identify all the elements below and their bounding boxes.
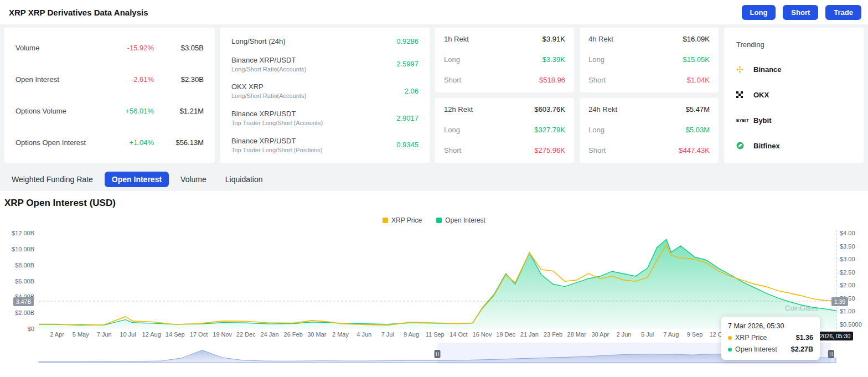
market-stats-card: Volume -15.92% $3.05B Open Interest -2.6…: [4, 28, 215, 163]
stat-value: $1.21M: [154, 107, 204, 115]
tooltip-price-row: XRP Price $1.36: [728, 334, 813, 342]
x-axis-tick: 7 Aug: [663, 331, 679, 338]
rekt-card-1h: 1h Rekt $3.91K Long$3.39K Short$518.96: [435, 28, 574, 92]
x-axis-tick: 19 Dec: [496, 331, 515, 338]
right-axis-tick: $3.00: [840, 256, 855, 262]
stat-row-options-open-interest: Options Open Interest +1.04% $56.13M: [16, 138, 204, 147]
price-open-interest-chart[interactable]: CoinGlass$12.00B$10.00B$8.00B$6.00B$4.00…: [0, 226, 868, 365]
x-axis-tick: 5 Jul: [641, 331, 654, 338]
chart-tooltip: 7 Mar 2026, 05:30 XRP Price $1.36 Open I…: [721, 317, 820, 360]
ratio-row: OKX XRP Long/Short Ratio(Accounts) 2.06: [231, 82, 418, 99]
rekt-short-value: $1.04K: [687, 76, 710, 84]
x-axis-tick: 23 Feb: [544, 331, 562, 338]
tab-weighted-funding-rate[interactable]: Weighted Funding Rate: [4, 172, 100, 187]
x-axis-tick: 14 Sep: [166, 331, 185, 338]
x-axis-tick: 9 Sep: [687, 331, 703, 338]
stat-value: $2.30B: [154, 75, 204, 84]
tab-liquidation[interactable]: Liquidation: [218, 172, 270, 187]
ratio-label: Long/Short (24h): [231, 37, 396, 45]
stat-value: $3.05B: [154, 44, 204, 52]
stat-change: +1.04%: [87, 138, 154, 147]
navigator-handle-left[interactable]: [435, 350, 441, 358]
long-short-ratios-card: Long/Short (24h) 0.9286 Binance XRP/USDT…: [220, 28, 430, 163]
ratio-label: OKX XRP: [231, 82, 405, 91]
right-axis-tick: $2.00: [840, 282, 855, 288]
stat-value: $56.13M: [154, 138, 204, 147]
ratio-value: 2.06: [405, 87, 418, 95]
stat-row-volume: Volume -15.92% $3.05B: [16, 44, 204, 52]
bitfinex-icon: [736, 141, 747, 150]
trending-card: Trending Binance OKX BYBIT Bybit Bitfine…: [724, 28, 864, 163]
rekt-long-value: $15.05K: [683, 55, 710, 64]
trade-button[interactable]: Trade: [825, 5, 861, 20]
legend-label: Open Interest: [445, 216, 485, 224]
stat-label: Options Open Interest: [16, 138, 87, 147]
navigator-handle-right[interactable]: [828, 350, 834, 358]
x-axis-tick: 22 Dec: [236, 331, 256, 338]
ratio-sublabel: Top Trader Long/Short (Accounts): [231, 120, 396, 126]
left-axis-tick: $0: [28, 326, 34, 332]
stat-label: Volume: [16, 44, 87, 52]
stat-label: Options Volume: [16, 107, 87, 115]
rekt-short-label: Short: [444, 146, 461, 154]
ratio-label: Binance XRP/USDT: [231, 110, 396, 118]
ratio-sublabel: Top Trader Long/Short (Positions): [231, 147, 396, 153]
x-axis-tick: 2 Apr: [50, 331, 64, 338]
right-axis-tick: $4.00: [840, 230, 855, 236]
trending-item-bybit[interactable]: BYBIT Bybit: [736, 116, 851, 125]
legend-item-open-interest[interactable]: Open Interest: [436, 216, 485, 224]
stat-label: Open Interest: [16, 75, 87, 84]
rekt-short-label: Short: [588, 76, 606, 84]
tab-volume[interactable]: Volume: [173, 172, 214, 187]
trending-item-label: Bybit: [753, 116, 772, 125]
ratio-row: Binance XRP/USDT Top Trader Long/Short (…: [231, 110, 418, 126]
rekt-short-label: Short: [444, 76, 461, 84]
trending-item-label: Binance: [753, 65, 782, 74]
stats-row: Volume -15.92% $3.05B Open Interest -2.6…: [0, 24, 868, 167]
trending-item-okx[interactable]: OKX: [736, 90, 851, 99]
rekt-long-label: Long: [588, 126, 604, 134]
stat-change: -2.61%: [87, 75, 154, 84]
x-axis-tick: 21 Jan: [520, 331, 539, 338]
x-axis-tick: 7 Jul: [381, 331, 394, 338]
ratio-row: Long/Short (24h) 0.9286: [231, 37, 418, 45]
ratio-value: 0.9286: [396, 37, 418, 45]
rekt-short-value: $447.43K: [679, 146, 710, 154]
rekt-title: 4h Rekt: [588, 35, 613, 43]
left-axis-tick: $12.00B: [12, 230, 34, 236]
ratio-row: Binance XRP/USDT Long/Short Ratio(Accoun…: [231, 56, 418, 73]
legend-item-price[interactable]: XRP Price: [383, 216, 422, 224]
rekt-long-value: $5.03M: [686, 126, 710, 134]
stat-row-open-interest: Open Interest -2.61% $2.30B: [16, 75, 204, 84]
left-axis-tick: $8.00B: [15, 262, 34, 268]
current-price-badge: 1.39: [831, 297, 848, 306]
oi-dot: [728, 348, 732, 352]
x-axis-tick: 28 Mar: [567, 331, 587, 338]
rekt-total: $3.91K: [542, 35, 565, 43]
price-swatch: [383, 218, 388, 223]
x-axis-tick: 26 Feb: [284, 331, 303, 338]
rekt-short-value: $518.96: [539, 76, 565, 84]
trending-item-bitfinex[interactable]: Bitfinex: [736, 141, 851, 150]
topbar: XRP XRP Derivatives Data Analysis Long S…: [0, 0, 868, 24]
ratio-label: Binance XRP/USDT: [231, 137, 396, 145]
rekt-long-label: Long: [444, 55, 460, 64]
rekt-title: 12h Rekt: [444, 105, 473, 113]
tooltip-oi-row: Open Interest $2.27B: [728, 345, 813, 353]
trending-item-label: Bitfinex: [753, 142, 780, 150]
tab-open-interest[interactable]: Open Interest: [105, 172, 169, 187]
right-axis-tick: $1.00: [840, 308, 855, 314]
x-axis-tick: 19 Nov: [213, 331, 232, 338]
rekt-total: $603.76K: [534, 105, 565, 113]
trending-item-binance[interactable]: Binance: [736, 65, 851, 74]
rekt-short-label: Short: [588, 146, 606, 154]
okx-icon: [736, 90, 747, 99]
short-button[interactable]: Short: [783, 5, 818, 20]
x-axis-tick: 5 May: [73, 331, 89, 338]
rekt-card-12h: 12h Rekt $603.76K Long$327.79K Short$275…: [435, 98, 574, 163]
chart-title: XRP Open Interest (USD): [4, 198, 868, 209]
tooltip-date: 7 Mar 2026, 05:30: [728, 322, 813, 330]
long-button[interactable]: Long: [742, 5, 776, 20]
trending-title: Trending: [736, 40, 851, 49]
binance-icon: [736, 65, 747, 74]
